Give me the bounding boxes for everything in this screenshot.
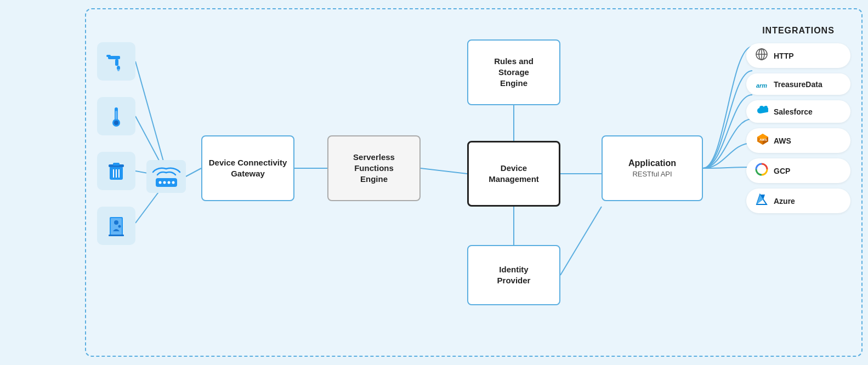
svg-point-35 [172, 181, 174, 184]
rules-storage-box: Rules andStorageEngine [467, 39, 560, 105]
svg-point-28 [118, 225, 121, 228]
device-management-box: DeviceManagement [467, 141, 560, 207]
integration-item-aws: AWS AWS [746, 128, 850, 153]
salesforce-cloud-icon [755, 105, 768, 118]
svg-point-30 [114, 220, 118, 225]
svg-rect-29 [109, 235, 124, 236]
device-connectivity-label: Device ConnectivityGateway [209, 157, 287, 180]
identity-provider-label: IdentityProvider [497, 264, 531, 287]
svg-rect-22 [113, 163, 120, 166]
faucet-icon [97, 42, 135, 81]
svg-point-19 [114, 121, 118, 125]
aws-label: AWS [774, 136, 791, 145]
door-icon [97, 207, 135, 245]
serverless-label: ServerlessFunctionsEngine [353, 152, 395, 185]
svg-line-10 [560, 207, 602, 275]
integrations-title: INTEGRATIONS [746, 26, 850, 36]
svg-point-15 [117, 69, 120, 71]
svg-line-6 [421, 168, 467, 174]
svg-point-32 [158, 181, 161, 184]
device-management-label: DeviceManagement [489, 163, 539, 185]
integration-item-gcp: GCP [746, 158, 850, 183]
integration-item-salesforce: Salesforce [746, 100, 850, 123]
rules-storage-label: Rules andStorageEngine [494, 56, 534, 89]
thermometer-icon [97, 97, 135, 135]
device-connectivity-box: Device ConnectivityGateway [201, 135, 294, 201]
serverless-box: ServerlessFunctionsEngine [327, 135, 421, 201]
svg-line-0 [135, 61, 166, 171]
azure-label: Azure [774, 197, 795, 206]
svg-point-34 [167, 181, 170, 184]
azure-icon [755, 193, 768, 209]
gcp-icon [755, 163, 768, 179]
gcp-label: GCP [774, 167, 790, 175]
svg-rect-12 [115, 59, 118, 66]
integration-item-http: HTTP [746, 43, 850, 68]
diagram-container: Device ConnectivityGateway ServerlessFun… [85, 8, 863, 357]
app-restful-main-label: Application [628, 157, 676, 169]
http-label: HTTP [774, 52, 794, 60]
svg-rect-14 [106, 55, 111, 57]
aws-icon: AWS [755, 133, 768, 149]
svg-point-33 [163, 181, 166, 184]
integrations-panel: INTEGRATIONS HTTP arm TreasureData [746, 26, 850, 219]
http-globe-icon [755, 48, 768, 64]
svg-rect-18 [115, 111, 117, 119]
integration-item-treasuredata: arm TreasureData [746, 73, 850, 95]
app-restful-sub-label: RESTful API [632, 169, 672, 179]
device-icons-column [97, 42, 135, 245]
salesforce-label: Salesforce [774, 107, 813, 116]
integration-item-azure: Azure [746, 189, 850, 213]
svg-text:AWS: AWS [759, 138, 767, 141]
identity-provider-box: IdentityProvider [467, 245, 560, 305]
app-restful-box: Application RESTful API [602, 135, 703, 201]
trash-icon [97, 152, 135, 190]
svg-line-4 [186, 168, 201, 176]
arm-icon: arm [755, 78, 768, 90]
router-hub-icon [146, 160, 186, 193]
treasuredata-label: TreasureData [774, 80, 822, 89]
